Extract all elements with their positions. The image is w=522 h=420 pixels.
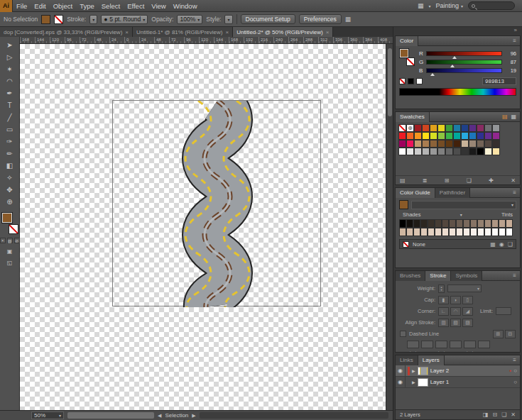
variation-swatch[interactable] bbox=[477, 219, 484, 228]
target-circle-icon[interactable]: ○ bbox=[513, 379, 517, 385]
variation-swatch[interactable] bbox=[442, 228, 449, 236]
align-stroke-outside-icon[interactable]: ▨ bbox=[462, 319, 473, 327]
color-swatch[interactable] bbox=[422, 140, 430, 148]
dashed-line-checkbox[interactable] bbox=[400, 331, 406, 337]
stroke-color-well[interactable] bbox=[9, 224, 18, 234]
drawing-mode-icon[interactable]: ▣ bbox=[4, 247, 16, 256]
lasso-tool[interactable]: ◠ bbox=[1, 75, 18, 87]
vertical-scrollbar-thumb[interactable] bbox=[388, 48, 392, 116]
rectangle-tool[interactable]: ▭ bbox=[1, 123, 18, 136]
color-swatch[interactable] bbox=[453, 148, 461, 155]
collapse-dock-button[interactable]: » bbox=[514, 27, 517, 33]
color-swatch[interactable] bbox=[430, 148, 437, 155]
swatch-options-icon[interactable]: ⊞ bbox=[445, 177, 450, 184]
variation-swatch[interactable] bbox=[413, 219, 420, 228]
target-circle-icon[interactable]: ○ bbox=[513, 368, 517, 374]
align-panel-icon[interactable]: ▦ bbox=[345, 16, 351, 23]
type-tool[interactable]: T bbox=[1, 99, 18, 111]
color-fill-icon[interactable]: ▪ bbox=[0, 238, 6, 243]
horizontal-scrollbar-track[interactable] bbox=[200, 412, 388, 419]
miter-limit-field[interactable] bbox=[496, 307, 511, 315]
panel-menu-icon[interactable]: ≡ bbox=[513, 38, 520, 44]
dash-value-field[interactable] bbox=[464, 341, 476, 348]
make-clipping-mask-icon[interactable]: ◨ bbox=[483, 411, 489, 418]
shades-label[interactable]: Shades bbox=[403, 211, 420, 218]
menu-item[interactable]: Object bbox=[50, 0, 76, 12]
channel-slider[interactable] bbox=[426, 68, 502, 73]
color-swatch[interactable] bbox=[414, 124, 422, 132]
panel-menu-icon[interactable]: ≡ bbox=[513, 189, 520, 196]
variation-swatch[interactable] bbox=[406, 228, 413, 236]
variation-swatch[interactable] bbox=[506, 228, 513, 236]
close-icon[interactable]: × bbox=[225, 29, 229, 35]
weight-stepper[interactable]: ▴ ▾ bbox=[438, 284, 445, 293]
preferences-button[interactable]: Preferences bbox=[299, 14, 342, 24]
screen-mode-icon[interactable]: ◱ bbox=[4, 258, 16, 267]
document-tab-active[interactable]: Untitled-2* @ 50% (RGB/Preview) × bbox=[233, 27, 333, 37]
variation-swatch[interactable] bbox=[449, 219, 456, 228]
zoom-level-dropdown[interactable]: 50% ▾ bbox=[31, 411, 64, 419]
document-setup-button[interactable]: Document Setup bbox=[241, 14, 295, 24]
align-stroke-inside-icon[interactable]: ▧ bbox=[450, 319, 461, 327]
dash-value-field[interactable] bbox=[450, 341, 462, 348]
color-swatch[interactable] bbox=[461, 124, 469, 132]
channel-value[interactable]: 96 bbox=[504, 50, 516, 57]
layer-thumbnail[interactable] bbox=[418, 378, 428, 387]
variation-swatch[interactable] bbox=[499, 228, 506, 236]
base-color-swatch[interactable] bbox=[399, 200, 408, 209]
cap-projecting-icon[interactable]: ▯ bbox=[462, 296, 473, 304]
variation-swatch[interactable] bbox=[399, 228, 406, 236]
harmony-rules-dropdown[interactable]: ▾ bbox=[411, 201, 516, 209]
layer-name[interactable]: Layer 2 bbox=[430, 368, 450, 374]
menu-item[interactable]: File bbox=[13, 0, 31, 12]
registration-swatch[interactable]: ⊕ bbox=[406, 124, 414, 132]
variation-swatch[interactable] bbox=[477, 228, 484, 236]
hex-value-field[interactable]: 989B13 bbox=[482, 77, 516, 85]
expand-triangle-icon[interactable]: ▶ bbox=[412, 380, 415, 385]
search-input[interactable] bbox=[477, 3, 511, 9]
slider-marker-icon[interactable] bbox=[450, 65, 455, 67]
menu-item[interactable]: View bbox=[148, 0, 169, 12]
gradient-tool[interactable]: ◧ bbox=[1, 160, 18, 172]
color-swatch[interactable] bbox=[484, 124, 492, 132]
delete-layer-icon[interactable]: ✕ bbox=[511, 411, 516, 418]
workspace-switcher[interactable]: Painting ▾ bbox=[435, 2, 463, 9]
direct-selection-tool[interactable]: ▷ bbox=[1, 51, 18, 63]
variation-swatch[interactable] bbox=[499, 219, 506, 228]
none-swatch[interactable] bbox=[399, 78, 406, 84]
previous-artboard-icon[interactable]: ◀ bbox=[158, 413, 161, 419]
none-fill-icon[interactable]: ⊘ bbox=[14, 238, 20, 243]
variation-swatch[interactable] bbox=[470, 228, 477, 236]
color-swatch[interactable] bbox=[437, 140, 445, 148]
dash-value-field[interactable] bbox=[478, 341, 490, 348]
dash-preserve-icon[interactable]: ⊟ bbox=[505, 330, 516, 338]
artboard[interactable] bbox=[112, 100, 321, 306]
tab-brushes[interactable]: Brushes bbox=[396, 271, 425, 281]
visibility-eye-icon[interactable]: ◉ bbox=[396, 377, 406, 388]
variation-swatch[interactable] bbox=[428, 228, 435, 236]
tab-swatches[interactable]: Swatches bbox=[396, 112, 430, 122]
new-layer-icon[interactable]: ❏ bbox=[501, 411, 506, 418]
tab-stroke[interactable]: Stroke bbox=[425, 271, 451, 281]
line-segment-tool[interactable]: ╱ bbox=[1, 111, 18, 123]
variation-swatch[interactable] bbox=[484, 219, 491, 228]
color-swatch[interactable] bbox=[484, 132, 492, 140]
hand-tool[interactable]: ✥ bbox=[1, 184, 18, 196]
layer-name[interactable]: Layer 1 bbox=[430, 379, 450, 385]
app-logo[interactable]: Ai bbox=[0, 0, 13, 12]
next-artboard-icon[interactable]: ▶ bbox=[192, 413, 195, 419]
color-swatch[interactable] bbox=[453, 140, 461, 148]
color-swatch[interactable] bbox=[469, 140, 477, 148]
fill-color-well[interactable] bbox=[41, 15, 50, 24]
tab-pathfinder[interactable]: Pathfinder bbox=[435, 188, 470, 198]
edit-colors-icon[interactable]: ◉ bbox=[499, 241, 504, 248]
channel-slider[interactable] bbox=[426, 51, 502, 56]
channel-value[interactable]: 19 bbox=[504, 67, 516, 74]
horizontal-scrollbar-thumb[interactable] bbox=[67, 412, 154, 419]
color-swatch[interactable] bbox=[484, 140, 492, 148]
variation-swatch[interactable] bbox=[428, 219, 435, 228]
weight-dropdown[interactable]: ▾ bbox=[447, 284, 482, 292]
color-swatch[interactable] bbox=[477, 124, 484, 132]
spin-down-icon[interactable]: ▾ bbox=[440, 289, 442, 292]
new-color-group-icon[interactable]: ❏ bbox=[467, 177, 472, 184]
